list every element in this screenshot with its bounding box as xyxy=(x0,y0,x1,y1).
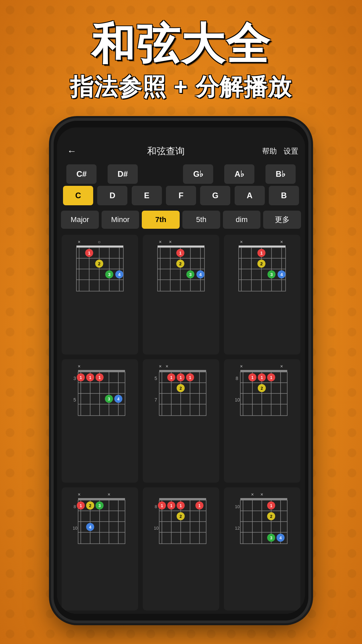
svg-text:12: 12 xyxy=(235,526,240,531)
svg-text:1: 1 xyxy=(170,375,173,380)
top-navigation: ← 和弦查询 帮助 设置 xyxy=(57,141,305,162)
svg-rect-22 xyxy=(158,246,204,248)
chord-svg-1: × ○ xyxy=(73,238,127,295)
chord-svg-9: × × 10 12 xyxy=(235,491,289,551)
svg-text:×: × xyxy=(169,239,172,245)
chord-diagram-9[interactable]: × × 10 12 xyxy=(224,487,300,610)
svg-text:×: × xyxy=(78,239,80,245)
svg-rect-109 xyxy=(240,370,287,372)
key-d[interactable]: D xyxy=(97,186,127,205)
svg-text:×: × xyxy=(280,364,283,369)
phone-frame: ← 和弦查询 帮助 设置 C# D# G♭ A♭ B♭ xyxy=(54,121,308,621)
key-b-flat[interactable]: B♭ xyxy=(265,164,296,184)
key-b[interactable]: B xyxy=(269,186,299,205)
app-header: 和弦大全 指法参照 + 分解播放 xyxy=(0,0,362,103)
settings-button[interactable]: 设置 xyxy=(284,146,298,156)
chord-diagram-7[interactable]: × × 8 10 xyxy=(62,487,138,610)
key-g[interactable]: G xyxy=(200,186,230,205)
type-minor[interactable]: Minor xyxy=(102,211,139,229)
key-d-sharp[interactable]: D# xyxy=(108,164,138,184)
key-g-flat[interactable]: G♭ xyxy=(183,164,213,184)
key-e[interactable]: E xyxy=(132,186,162,205)
status-bar xyxy=(57,127,305,141)
svg-text:×: × xyxy=(78,364,80,369)
key-a-flat[interactable]: A♭ xyxy=(224,164,254,184)
type-more[interactable]: 更多 xyxy=(263,211,301,229)
chord-svg-8: 8 10 1 1 xyxy=(154,491,208,551)
chord-diagram-5[interactable]: × × 5 7 1 xyxy=(143,359,219,482)
svg-text:4: 4 xyxy=(280,536,282,540)
key-c-sharp[interactable]: C# xyxy=(66,164,97,184)
svg-text:×: × xyxy=(78,492,80,497)
svg-text:1: 1 xyxy=(198,503,201,508)
svg-text:1: 1 xyxy=(180,503,182,508)
svg-text:2: 2 xyxy=(270,514,273,519)
chord-diagram-3[interactable]: × × xyxy=(224,235,300,355)
svg-text:○: ○ xyxy=(98,239,101,245)
svg-text:1: 1 xyxy=(179,251,181,256)
chord-diagram-1[interactable]: × ○ xyxy=(62,235,138,355)
svg-text:4: 4 xyxy=(280,272,283,277)
type-5th[interactable]: 5th xyxy=(182,211,220,229)
svg-text:8: 8 xyxy=(73,504,76,509)
svg-text:×: × xyxy=(108,492,110,497)
svg-text:1: 1 xyxy=(161,503,163,508)
svg-text:×: × xyxy=(166,364,168,369)
svg-rect-8 xyxy=(76,248,123,291)
svg-rect-176 xyxy=(240,498,287,500)
svg-text:1: 1 xyxy=(80,375,82,380)
svg-text:5: 5 xyxy=(73,397,76,402)
svg-text:2: 2 xyxy=(89,503,92,508)
chord-diagram-4[interactable]: × 3 5 xyxy=(62,359,138,482)
chord-svg-7: × × 8 10 xyxy=(73,491,127,551)
key-a[interactable]: A xyxy=(235,186,265,205)
svg-text:×: × xyxy=(240,364,243,369)
svg-text:5: 5 xyxy=(155,376,157,381)
svg-text:×: × xyxy=(280,239,283,245)
svg-text:1: 1 xyxy=(170,503,173,508)
svg-text:2: 2 xyxy=(180,386,182,391)
type-dim[interactable]: dim xyxy=(223,211,261,229)
app-subtitle: 指法参照 + 分解播放 xyxy=(0,71,362,103)
svg-text:1: 1 xyxy=(89,375,92,380)
svg-text:×: × xyxy=(159,364,162,369)
svg-text:1: 1 xyxy=(88,251,90,256)
chord-diagram-6[interactable]: × × 8 10 xyxy=(224,359,300,482)
svg-text:10: 10 xyxy=(235,397,240,402)
key-f[interactable]: F xyxy=(166,186,196,205)
svg-text:1: 1 xyxy=(99,375,101,380)
svg-text:2: 2 xyxy=(180,514,182,519)
svg-text:1: 1 xyxy=(260,251,262,256)
chord-svg-4: × 3 5 xyxy=(73,363,127,423)
svg-text:4: 4 xyxy=(89,525,92,530)
svg-text:1: 1 xyxy=(180,375,182,380)
svg-rect-87 xyxy=(159,370,206,372)
svg-text:4: 4 xyxy=(117,397,120,401)
chord-diagram-8[interactable]: 8 10 1 1 xyxy=(143,487,219,610)
svg-text:×: × xyxy=(251,492,254,497)
svg-text:×: × xyxy=(159,239,162,245)
chord-svg-6: × × 8 10 xyxy=(235,363,289,423)
svg-rect-152 xyxy=(159,498,206,500)
help-button[interactable]: 帮助 xyxy=(262,146,277,156)
chord-diagram-2[interactable]: × × xyxy=(143,235,219,355)
key-selector: C# D# G♭ A♭ B♭ C D E F G A B xyxy=(57,162,305,208)
type-major[interactable]: Major xyxy=(61,211,99,229)
svg-text:4: 4 xyxy=(118,272,121,277)
svg-rect-63 xyxy=(78,370,125,372)
svg-text:2: 2 xyxy=(261,386,263,391)
svg-text:10: 10 xyxy=(154,526,159,531)
phone-screen: ← 和弦查询 帮助 设置 C# D# G♭ A♭ B♭ xyxy=(57,127,305,614)
svg-text:8: 8 xyxy=(236,376,238,381)
svg-rect-2 xyxy=(76,246,123,248)
svg-text:10: 10 xyxy=(73,526,77,531)
type-7th[interactable]: 7th xyxy=(142,211,180,229)
chord-svg-2: × × xyxy=(154,238,208,295)
svg-rect-42 xyxy=(239,246,286,248)
nav-actions: 帮助 设置 xyxy=(262,146,298,156)
svg-text:3: 3 xyxy=(99,503,101,508)
svg-text:1: 1 xyxy=(270,503,273,508)
chord-type-selector: Major Minor 7th 5th dim 更多 xyxy=(57,208,305,231)
key-c[interactable]: C xyxy=(63,186,93,205)
svg-text:3: 3 xyxy=(189,272,191,277)
